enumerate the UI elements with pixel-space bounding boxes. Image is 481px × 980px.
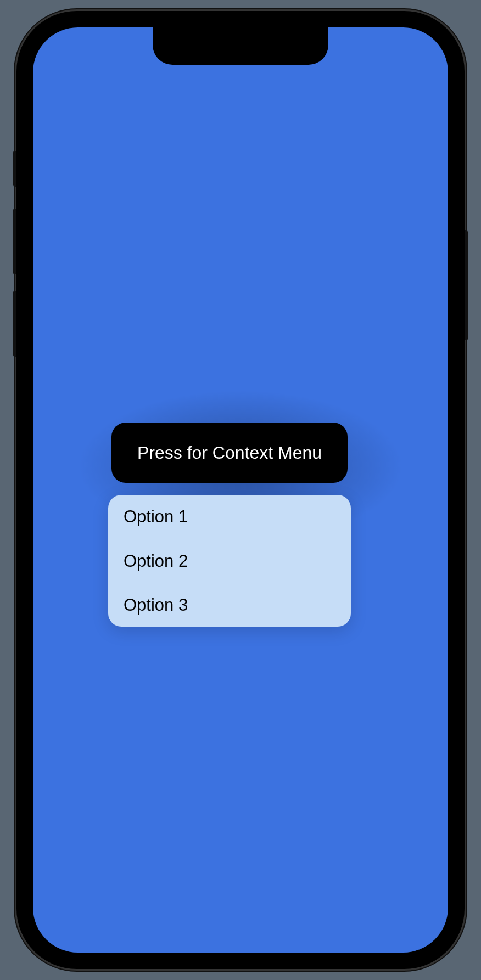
context-menu-item-3[interactable]: Option 3	[108, 583, 351, 627]
context-menu: Option 1 Option 2 Option 3	[108, 495, 351, 627]
phone-screen: Press for Context Menu Option 1 Option 2…	[33, 27, 448, 953]
phone-volume-up-button	[13, 209, 16, 274]
phone-side-button	[13, 151, 16, 187]
menu-item-label: Option 3	[124, 595, 188, 615]
context-button-label: Press for Context Menu	[137, 443, 322, 463]
phone-device-frame: Press for Context Menu Option 1 Option 2…	[16, 11, 465, 969]
phone-power-button	[465, 230, 468, 340]
menu-item-label: Option 2	[124, 551, 188, 571]
context-menu-trigger-button[interactable]: Press for Context Menu	[111, 423, 348, 483]
context-menu-item-1[interactable]: Option 1	[108, 495, 351, 539]
context-menu-item-2[interactable]: Option 2	[108, 539, 351, 583]
phone-volume-down-button	[13, 291, 16, 357]
phone-notch	[153, 27, 328, 65]
menu-item-label: Option 1	[124, 507, 188, 527]
